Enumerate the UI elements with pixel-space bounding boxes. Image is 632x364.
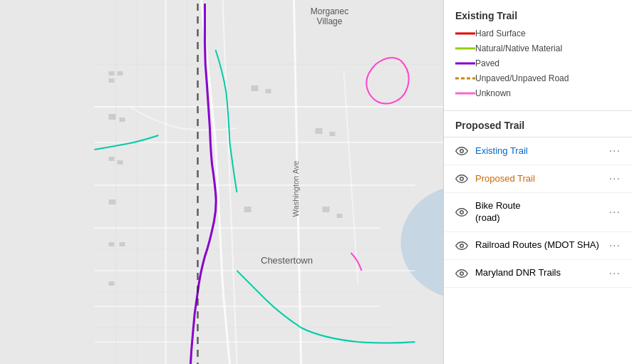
svg-rect-43 (330, 132, 336, 136)
paved-line-icon (455, 60, 475, 67)
bike-route-layer-item[interactable]: Bike Route(road) ··· (444, 193, 632, 232)
svg-rect-40 (323, 207, 330, 212)
proposed-trail-layer-name: Proposed Trail (475, 173, 609, 185)
maryland-dnr-layer-item[interactable]: Maryland DNR Trails ··· (444, 260, 632, 288)
svg-rect-35 (120, 242, 125, 246)
eye-icon-bike (455, 206, 468, 219)
svg-rect-37 (252, 85, 259, 91)
proposed-trail-more-icon[interactable]: ··· (609, 172, 621, 185)
unknown-label: Unknown (475, 88, 511, 98)
svg-rect-31 (109, 157, 115, 161)
svg-rect-41 (337, 214, 343, 218)
proposed-trail-layer-item[interactable]: Proposed Trail ··· (444, 165, 632, 193)
svg-point-52 (460, 244, 464, 248)
existing-trail-title: Existing Trail (455, 10, 621, 21)
eye-icon-dnr (455, 267, 468, 280)
existing-trail-layer-name: Existing Trail (475, 145, 609, 157)
maryland-dnr-more-icon[interactable]: ··· (609, 267, 621, 280)
svg-text:Village: Village (317, 16, 343, 26)
natural-native-line-icon (455, 45, 475, 52)
svg-rect-42 (316, 128, 323, 134)
bike-route-layer-name: Bike Route(road) (475, 200, 609, 224)
legend-natural-native: Natural/Native Material (455, 43, 621, 53)
svg-rect-28 (109, 78, 115, 83)
bike-route-more-icon[interactable]: ··· (609, 206, 621, 219)
layer-list: Existing Trail ··· Proposed Trail ··· Bi… (444, 137, 632, 364)
svg-rect-26 (109, 71, 115, 76)
existing-trail-section: Existing Trail Hard Surface Natural/Nati… (444, 0, 632, 111)
maryland-dnr-layer-name: Maryland DNR Trails (475, 267, 609, 279)
legend-unknown: Unknown (455, 88, 621, 98)
legend-unpaved-road: Unpaved/Unpaved Road (455, 73, 621, 83)
railroad-routes-layer-name: Railroad Routes (MDOT SHA) (475, 239, 609, 251)
svg-rect-29 (109, 114, 116, 120)
unpaved-road-line-icon (455, 75, 475, 82)
svg-text:Washington Ave: Washington Ave (291, 161, 300, 217)
hard-surface-label: Hard Surface (475, 28, 526, 38)
svg-rect-33 (109, 199, 116, 204)
svg-text:Chestertown: Chestertown (261, 255, 313, 266)
svg-rect-27 (118, 71, 123, 76)
unknown-line-icon (455, 90, 475, 97)
railroad-routes-layer-item[interactable]: Railroad Routes (MDOT SHA) ··· (444, 232, 632, 260)
unpaved-road-label: Unpaved/Unpaved Road (475, 73, 569, 83)
svg-text:Morganec: Morganec (311, 6, 348, 16)
legend-hard-surface: Hard Surface (455, 28, 621, 38)
eye-icon-existing (455, 145, 468, 157)
svg-rect-38 (266, 89, 271, 93)
svg-rect-30 (120, 118, 125, 122)
svg-rect-32 (118, 160, 123, 165)
svg-rect-36 (109, 281, 115, 286)
eye-icon-proposed (455, 172, 468, 185)
legend-panel: Existing Trail Hard Surface Natural/Nati… (443, 0, 632, 364)
svg-point-49 (460, 150, 464, 153)
railroad-routes-more-icon[interactable]: ··· (609, 239, 621, 252)
legend-paved: Paved (455, 58, 621, 68)
proposed-trail-header: Proposed Trail (444, 111, 632, 137)
hard-surface-line-icon (455, 30, 475, 37)
natural-native-label: Natural/Native Material (475, 43, 562, 53)
existing-trail-layer-item[interactable]: Existing Trail ··· (444, 137, 632, 165)
svg-rect-34 (109, 242, 115, 246)
svg-point-51 (460, 211, 464, 214)
svg-point-53 (460, 272, 464, 276)
eye-icon-railroad (455, 239, 468, 252)
svg-rect-39 (244, 207, 252, 212)
paved-label: Paved (475, 58, 499, 68)
existing-trail-more-icon[interactable]: ··· (609, 145, 621, 157)
svg-point-50 (460, 177, 464, 181)
